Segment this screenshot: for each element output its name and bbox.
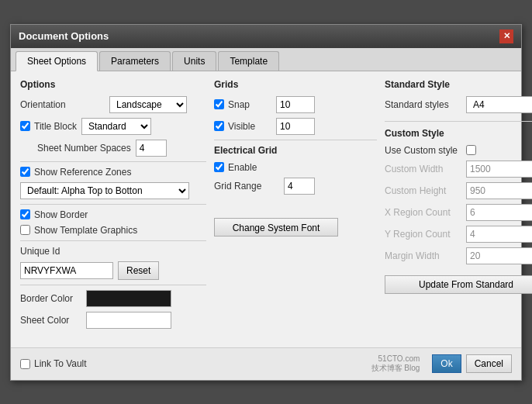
title-block-checkbox-label: Title Block — [20, 121, 77, 132]
border-color-picker[interactable] — [86, 290, 171, 307]
sheet-color-label: Sheet Color — [20, 315, 86, 326]
show-border-label: Show Border — [20, 209, 88, 220]
update-btn-area: Update From Standard — [385, 271, 532, 294]
sheet-number-input[interactable] — [136, 140, 167, 157]
title-block-row: Title Block Standard ANSI A — [20, 118, 206, 135]
document-options-dialog: Document Options ✕ Sheet Options Paramet… — [10, 24, 522, 381]
margin-width-row: Margin Width — [385, 247, 532, 264]
snap-label: Snap — [214, 99, 276, 110]
sheet-number-row: Sheet Number Spaces — [37, 140, 206, 157]
x-region-row: X Region Count — [385, 204, 532, 221]
ref-zones-select[interactable]: Default: Alpha Top to Botton Custom — [20, 182, 189, 199]
tab-parameters[interactable]: Parameters — [99, 51, 171, 71]
title-bar: Document Options ✕ — [11, 25, 521, 48]
custom-height-label: Custom Height — [385, 185, 466, 196]
unique-id-label: Unique Id — [20, 246, 60, 257]
use-custom-checkbox[interactable] — [466, 145, 476, 155]
show-border-checkbox[interactable] — [20, 209, 30, 219]
show-ref-zones-row: Show Reference Zones — [20, 167, 206, 178]
link-to-vault-checkbox[interactable] — [20, 359, 30, 369]
orientation-select[interactable]: Landscape Portrait — [109, 96, 187, 113]
three-column-layout: Options Orientation Landscape Portrait T… — [20, 79, 512, 340]
tab-sheet-options[interactable]: Sheet Options — [16, 51, 98, 71]
grid-range-input[interactable] — [284, 178, 315, 195]
visible-checkbox[interactable] — [214, 121, 224, 131]
close-button[interactable]: ✕ — [499, 29, 513, 43]
sheet-number-label: Sheet Number Spaces — [37, 143, 131, 154]
visible-input[interactable] — [276, 118, 315, 135]
ref-zones-dropdown-row: Default: Alpha Top to Botton Custom — [20, 182, 206, 199]
standard-styles-select[interactable]: A4 A3 A2 A1 A0 — [466, 96, 532, 113]
options-column: Options Orientation Landscape Portrait T… — [20, 79, 206, 340]
show-ref-zones-label: Show Reference Zones — [20, 167, 131, 178]
unique-id-row: Reset — [20, 261, 206, 280]
standard-styles-row: Standard styles A4 A3 A2 A1 A0 — [385, 96, 532, 113]
style-column: Standard Style Standard styles A4 A3 A2 … — [385, 79, 532, 340]
title-block-checkbox[interactable] — [20, 121, 30, 131]
y-region-input — [466, 226, 532, 243]
title-block-select[interactable]: Standard ANSI A — [81, 118, 151, 135]
custom-height-input — [466, 182, 532, 199]
sheet-color-row: Sheet Color — [20, 312, 206, 329]
change-font-area: Change System Font — [214, 218, 377, 237]
unique-id-label-row: Unique Id — [20, 246, 206, 257]
unique-id-input[interactable] — [20, 262, 113, 279]
enable-checkbox[interactable] — [214, 162, 224, 172]
custom-width-row: Custom Width — [385, 161, 532, 178]
x-region-label: X Region Count — [385, 207, 466, 218]
custom-width-label: Custom Width — [385, 164, 466, 174]
grids-title: Grids — [214, 79, 377, 90]
orientation-row: Orientation Landscape Portrait — [20, 96, 206, 113]
cancel-button[interactable]: Cancel — [466, 354, 512, 373]
show-template-checkbox[interactable] — [20, 225, 30, 235]
standard-style-title: Standard Style — [385, 79, 532, 90]
border-color-label: Border Color — [20, 293, 86, 304]
show-ref-zones-checkbox[interactable] — [20, 167, 30, 177]
grid-range-label: Grid Range — [214, 181, 284, 192]
watermark: 51CTO.com 技术博客 Blog — [371, 354, 420, 374]
tab-template[interactable]: Template — [218, 51, 279, 71]
snap-checkbox[interactable] — [214, 99, 224, 109]
grid-range-row: Grid Range — [214, 178, 377, 195]
use-custom-label: Use Custom style — [385, 145, 466, 156]
show-template-label: Show Template Graphics — [20, 225, 137, 236]
change-font-button[interactable]: Change System Font — [214, 218, 338, 237]
update-from-standard-button[interactable]: Update From Standard — [385, 275, 532, 294]
action-buttons: 51CTO.com 技术博客 Blog Ok Cancel — [371, 354, 513, 374]
options-title: Options — [20, 79, 206, 90]
bottom-bar: Link To Vault 51CTO.com 技术博客 Blog Ok Can… — [11, 347, 521, 380]
visible-row: Visible — [214, 118, 377, 135]
tab-units[interactable]: Units — [172, 51, 216, 71]
custom-height-row: Custom Height — [385, 182, 532, 199]
title-block-label: Title Block — [34, 121, 77, 132]
custom-style-title: Custom Style — [385, 128, 532, 139]
enable-row: Enable — [214, 162, 377, 173]
main-content: Options Orientation Landscape Portrait T… — [11, 71, 521, 347]
standard-styles-label: Standard styles — [385, 99, 466, 110]
reset-button[interactable]: Reset — [118, 261, 159, 280]
tab-bar: Sheet Options Parameters Units Template — [11, 48, 521, 71]
y-region-label: Y Region Count — [385, 229, 466, 240]
margin-width-label: Margin Width — [385, 250, 466, 261]
dialog-title: Document Options — [19, 30, 109, 42]
electrical-grid-title: Electrical Grid — [214, 145, 377, 156]
show-template-row: Show Template Graphics — [20, 225, 206, 236]
use-custom-row: Use Custom style — [385, 145, 532, 156]
border-color-row: Border Color — [20, 290, 206, 307]
grids-column: Grids Snap Visible — [214, 79, 377, 340]
snap-row: Snap — [214, 96, 377, 113]
x-region-input — [466, 204, 532, 221]
custom-width-input — [466, 161, 532, 178]
orientation-label: Orientation — [20, 99, 109, 110]
snap-input[interactable] — [276, 96, 315, 113]
enable-label: Enable — [214, 162, 257, 173]
link-to-vault-label: Link To Vault — [20, 358, 87, 369]
sheet-color-picker[interactable] — [86, 312, 171, 329]
y-region-row: Y Region Count — [385, 226, 532, 243]
margin-width-input — [466, 247, 532, 264]
ok-button[interactable]: Ok — [432, 354, 461, 373]
visible-label: Visible — [214, 121, 276, 132]
show-border-row: Show Border — [20, 209, 206, 220]
